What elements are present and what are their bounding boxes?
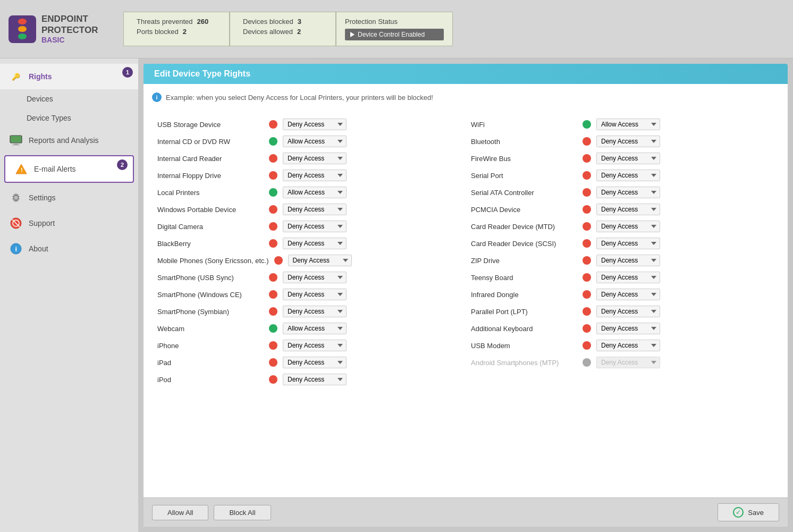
sidebar: 🔑 Rights 1 Devices Device Types Reports … [0,58,138,532]
device-label: Android Smartphones (MTP) [471,359,577,367]
sidebar-item-rights[interactable]: 🔑 Rights 1 [0,64,138,89]
access-select[interactable]: Deny AccessAllow Access [283,170,347,181]
device-row: USB Storage DeviceDeny AccessAllow Acces… [152,116,466,133]
device-label: PCMCIA Device [471,206,577,214]
access-select[interactable]: Deny AccessAllow Access [596,306,660,317]
devices-stat-box: Devices blocked 3 Devices allowed 2 [230,12,336,46]
access-select[interactable]: Deny AccessAllow Access [596,119,660,130]
access-select[interactable]: Deny AccessAllow Access [596,204,660,215]
access-select[interactable]: Deny AccessAllow Access [283,289,347,300]
access-select[interactable]: Deny AccessAllow Access [283,374,347,385]
access-indicator [269,290,277,299]
sidebar-label-device-types: Device Types [27,114,71,122]
content-area: Edit Device Type Rights i Example: when … [138,58,793,532]
sidebar-label-about: About [29,244,48,253]
access-indicator [583,120,591,129]
access-select[interactable]: Deny AccessAllow Access [596,153,660,164]
protection-box: Protection Status Device Control Enabled [336,12,453,46]
ports-value: 2 [183,28,187,36]
access-select[interactable]: Deny AccessAllow Access [283,238,347,249]
protection-title: Protection Status [345,18,444,26]
sidebar-item-settings[interactable]: Settings [0,185,138,210]
access-select[interactable]: Deny AccessAllow Access [596,357,660,368]
access-select[interactable]: Deny AccessAllow Access [283,340,347,351]
svg-point-6 [14,196,18,200]
access-select[interactable]: Deny AccessAllow Access [596,170,660,181]
device-label: Mobile Phones (Sony Ericsson, etc.) [157,257,269,265]
device-row: ZIP DriveDeny AccessAllow Access [466,252,779,269]
access-select[interactable]: Deny AccessAllow Access [283,306,347,317]
device-row: SmartPhone (USB Sync)Deny AccessAllow Ac… [152,269,466,286]
access-select[interactable]: Deny AccessAllow Access [596,187,660,198]
access-indicator [269,239,277,248]
access-select[interactable]: Deny AccessAllow Access [283,357,347,368]
access-indicator [583,273,591,282]
device-label: Additional Keyboard [471,325,577,333]
access-indicator [269,324,277,333]
device-label: FireWire Bus [471,155,577,163]
access-select[interactable]: Deny AccessAllow Access [283,187,347,198]
access-select[interactable]: Deny AccessAllow Access [596,221,660,232]
save-button[interactable]: ✓ Save [718,503,779,521]
logo-area: ENDPOINTPROTECTOR BASIC [9,14,115,44]
svg-rect-0 [10,136,22,143]
allow-all-button[interactable]: Allow All [152,505,208,520]
ports-label: Ports blocked [137,28,179,36]
info-text: Example: when you select Deny Access for… [166,94,433,102]
access-select[interactable]: Deny AccessAllow Access [596,272,660,283]
access-select[interactable]: Deny AccessAllow Access [596,340,660,351]
sidebar-item-device-types[interactable]: Device Types [0,108,138,128]
access-select[interactable]: Deny AccessAllow Access [283,204,347,215]
sidebar-item-devices[interactable]: Devices [0,89,138,108]
device-label: Internal Floppy Drive [157,172,264,180]
device-row: Internal Card ReaderDeny AccessAllow Acc… [152,150,466,167]
devices-blocked-row: Devices blocked 3 [243,18,323,26]
access-select[interactable]: Deny AccessAllow Access [283,221,347,232]
device-label: Card Reader Device (SCSI) [471,240,577,248]
access-select[interactable]: Deny AccessAllow Access [283,323,347,334]
access-indicator [583,137,591,146]
access-indicator [269,273,277,282]
sidebar-label-devices: Devices [27,95,53,103]
access-select[interactable]: Deny AccessAllow Access [283,136,347,147]
access-select[interactable]: Deny AccessAllow Access [283,272,347,283]
stats-area: Threats prevented 260 Ports blocked 2 De… [123,12,784,46]
device-label: ZIP Drive [471,257,577,265]
logo-subtitle: BASIC [41,36,98,44]
access-select[interactable]: Deny AccessAllow Access [596,323,660,334]
device-row: Internal Floppy DriveDeny AccessAllow Ac… [152,167,466,184]
content-header: Edit Device Type Rights [144,64,788,84]
access-select[interactable]: Deny AccessAllow Access [288,255,352,266]
access-select[interactable]: Deny AccessAllow Access [283,119,347,130]
access-indicator [583,205,591,214]
devices-blocked-label: Devices blocked [243,18,293,26]
sidebar-item-support[interactable]: Support [0,210,138,236]
access-select[interactable]: Deny AccessAllow Access [596,255,660,266]
access-indicator [274,256,283,265]
sidebar-item-email-alerts[interactable]: ! E-mail Alerts 2 [4,155,134,183]
block-all-button[interactable]: Block All [214,505,271,520]
access-select[interactable]: Deny AccessAllow Access [596,289,660,300]
access-select[interactable]: Deny AccessAllow Access [596,238,660,249]
svg-text:!: ! [21,167,23,173]
device-row: Digital CameraDeny AccessAllow Access [152,218,466,235]
device-label: Webcam [157,325,264,333]
sidebar-item-reports[interactable]: Reports and Analysis [0,128,138,153]
access-indicator [269,358,277,367]
tl-green [18,33,27,39]
device-label: Card Reader Device (MTD) [471,223,577,231]
device-label: Bluetooth [471,138,577,146]
info-circle-icon: i [152,92,162,102]
sidebar-label-rights: Rights [29,72,52,81]
bottom-left: Allow All Block All [152,505,271,520]
access-indicator [583,222,591,231]
keys-icon: 🔑 [9,69,23,84]
access-select[interactable]: Deny AccessAllow Access [596,136,660,147]
access-select[interactable]: Deny AccessAllow Access [283,153,347,164]
device-row: Parallel Port (LPT)Deny AccessAllow Acce… [466,303,779,320]
sidebar-item-about[interactable]: i About [0,236,138,261]
access-indicator [269,375,277,384]
access-indicator [583,358,591,367]
sidebar-label-settings: Settings [29,193,56,202]
content-title: Edit Device Type Rights [154,69,250,78]
